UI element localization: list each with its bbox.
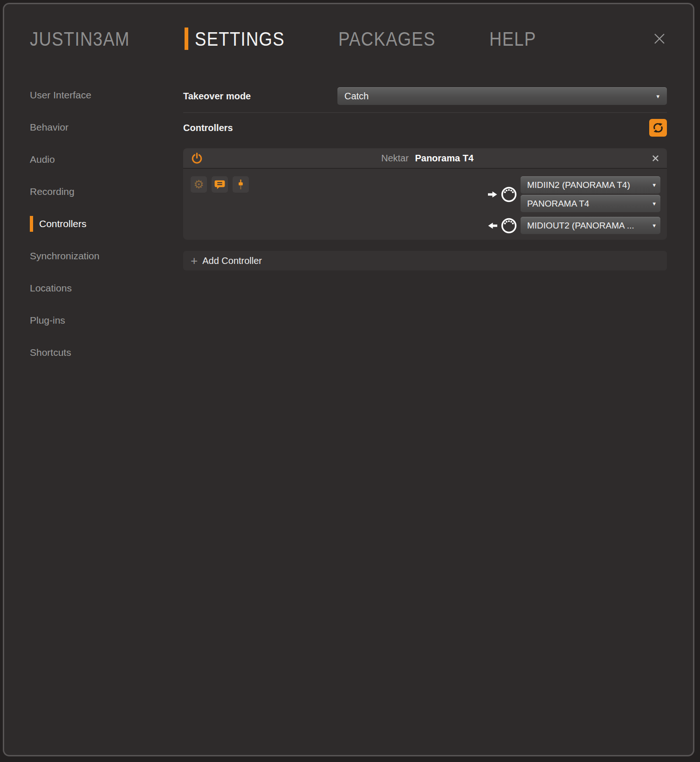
chevron-down-icon: ▾ <box>652 181 656 188</box>
brand-label: JUSTIN3AM <box>30 28 130 50</box>
midi-din-icon <box>501 217 517 234</box>
controllers-header-row: Controllers <box>183 118 667 138</box>
arrow-out-icon <box>487 222 498 230</box>
sidebar-item-label: Audio <box>30 154 55 165</box>
settings-sidebar: User Interface Behavior Audio Recording … <box>4 79 183 368</box>
tab-packages[interactable]: PACKAGES <box>338 25 453 53</box>
controller-card-header: Nektar Panorama T4 <box>183 148 667 168</box>
sidebar-item-user-interface[interactable]: User Interface <box>4 79 183 111</box>
sidebar-item-label: Recording <box>30 186 75 197</box>
add-controller-label: Add Controller <box>202 256 262 266</box>
refresh-icon <box>652 122 664 134</box>
chat-bubble-icon <box>214 179 226 190</box>
arrow-into-icon <box>487 190 498 199</box>
tab-settings[interactable]: SETTINGS <box>185 25 301 53</box>
power-toggle[interactable] <box>191 152 203 165</box>
active-item-accent-bar <box>30 216 33 232</box>
controllers-heading: Controllers <box>183 123 233 133</box>
midi-in-port-2-select[interactable]: PANORAMA T4 ▾ <box>521 195 660 212</box>
midi-in-port-2-value: PANORAMA T4 <box>527 199 589 209</box>
controller-console-button[interactable] <box>212 176 228 193</box>
remove-controller-button[interactable] <box>652 154 659 162</box>
takeover-mode-row: Takeover mode Catch ▾ <box>183 86 667 106</box>
sidebar-item-label: User Interface <box>30 90 91 101</box>
tab-settings-label: SETTINGS <box>195 28 285 50</box>
rescan-controllers-button[interactable] <box>649 119 667 137</box>
midi-in-port-1-select[interactable]: MIDIIN2 (PANORAMA T4) ▾ <box>521 176 660 194</box>
active-tab-accent-bar <box>185 28 188 50</box>
sidebar-item-plug-ins[interactable]: Plug-ins <box>4 304 183 336</box>
controller-mapping-button[interactable] <box>233 176 249 193</box>
chevron-down-icon: ▾ <box>652 200 656 207</box>
sidebar-item-behavior[interactable]: Behavior <box>4 111 183 143</box>
sidebar-item-label: Controllers <box>39 218 87 229</box>
midi-out-port-select[interactable]: MIDIOUT2 (PANORAMA ... ▾ <box>521 217 660 234</box>
controller-tools: ⚙ <box>191 176 249 193</box>
midi-out-port-value: MIDIOUT2 (PANORAMA ... <box>527 221 634 231</box>
brand-title: JUSTIN3AM <box>30 25 147 53</box>
settings-dialog: JUSTIN3AM SETTINGS PACKAGES HELP User In… <box>3 3 694 756</box>
tab-packages-label: PACKAGES <box>338 28 436 50</box>
dialog-close-button[interactable] <box>652 25 667 53</box>
gear-icon: ⚙ <box>193 179 204 190</box>
tab-help-label: HELP <box>489 28 536 50</box>
sidebar-item-audio[interactable]: Audio <box>4 143 183 175</box>
midi-output-icons <box>487 217 517 234</box>
controller-card: Nektar Panorama T4 ⚙ <box>183 148 667 240</box>
midi-input-group: MIDIIN2 (PANORAMA T4) ▾ PANORAMA T4 ▾ <box>487 176 660 212</box>
plus-icon: + <box>191 254 198 268</box>
chevron-down-icon: ▾ <box>656 93 659 100</box>
sidebar-item-controllers[interactable]: Controllers <box>4 208 183 240</box>
sidebar-item-label: Plug-ins <box>30 315 65 326</box>
sidebar-item-label: Synchronization <box>30 250 99 262</box>
tab-help[interactable]: HELP <box>489 25 544 53</box>
sidebar-item-synchronization[interactable]: Synchronization <box>4 240 183 272</box>
midi-input-icons <box>487 186 517 203</box>
takeover-mode-label: Takeover mode <box>183 91 337 102</box>
controller-title: Nektar Panorama T4 <box>203 153 652 164</box>
midi-in-port-1-value: MIDIIN2 (PANORAMA T4) <box>527 180 630 190</box>
section-separator <box>183 112 667 113</box>
top-nav: JUSTIN3AM SETTINGS PACKAGES HELP <box>30 25 667 53</box>
controller-vendor: Nektar <box>381 153 409 163</box>
midi-io-column: MIDIIN2 (PANORAMA T4) ▾ PANORAMA T4 ▾ <box>487 176 660 234</box>
controller-card-body: ⚙ <box>183 168 667 240</box>
takeover-mode-value: Catch <box>344 91 369 102</box>
midi-din-icon <box>501 186 517 203</box>
chevron-down-icon: ▾ <box>652 222 656 229</box>
sidebar-item-locations[interactable]: Locations <box>4 272 183 304</box>
sidebar-item-label: Shortcuts <box>30 347 71 358</box>
fader-icon <box>235 179 247 190</box>
close-icon <box>652 31 667 46</box>
sidebar-item-shortcuts[interactable]: Shortcuts <box>4 336 183 368</box>
midi-output-group: MIDIOUT2 (PANORAMA ... ▾ <box>487 217 660 234</box>
takeover-mode-select[interactable]: Catch ▾ <box>337 87 667 105</box>
controller-model: Panorama T4 <box>415 153 474 163</box>
sidebar-item-label: Locations <box>30 283 72 294</box>
controller-settings-button[interactable]: ⚙ <box>191 176 207 193</box>
midi-input-selects: MIDIIN2 (PANORAMA T4) ▾ PANORAMA T4 ▾ <box>521 176 660 212</box>
sidebar-item-recording[interactable]: Recording <box>4 175 183 208</box>
controllers-settings-panel: Takeover mode Catch ▾ Controllers <box>183 79 667 270</box>
sidebar-item-label: Behavior <box>30 122 69 133</box>
add-controller-button[interactable]: + Add Controller <box>183 251 667 270</box>
